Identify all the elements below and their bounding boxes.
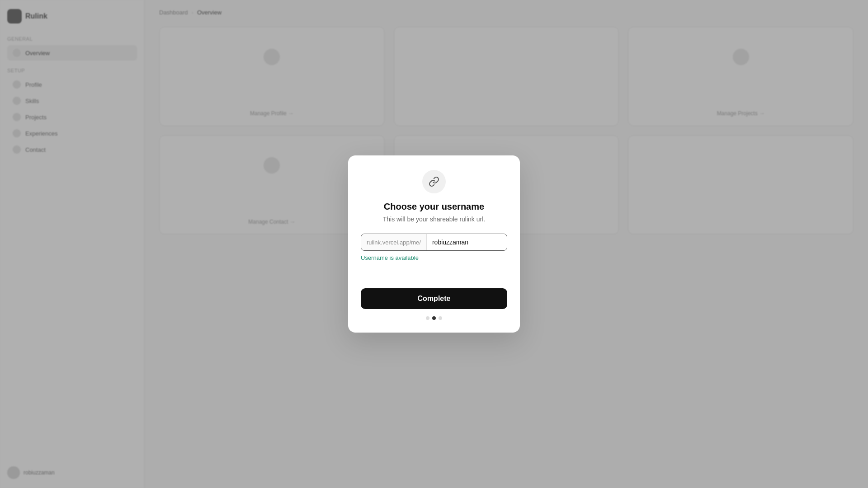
complete-button[interactable]: Complete (361, 288, 507, 309)
link-icon (429, 176, 439, 187)
username-input[interactable] (427, 234, 507, 250)
url-prefix: rulink.vercel.app/me/ (361, 234, 427, 250)
username-input-row: rulink.vercel.app/me/ (361, 234, 507, 251)
choose-username-modal: Choose your username This will be your s… (348, 155, 520, 333)
step-dot-2 (432, 316, 436, 320)
availability-status: Username is available (361, 254, 507, 261)
modal-icon-wrap (422, 170, 446, 193)
modal-overlay: Choose your username This will be your s… (0, 0, 868, 488)
step-dot-1 (426, 316, 429, 320)
step-dots (426, 316, 442, 320)
modal-subtitle: This will be your shareable rulink url. (383, 216, 485, 223)
modal-title: Choose your username (384, 202, 484, 212)
step-dot-3 (439, 316, 442, 320)
